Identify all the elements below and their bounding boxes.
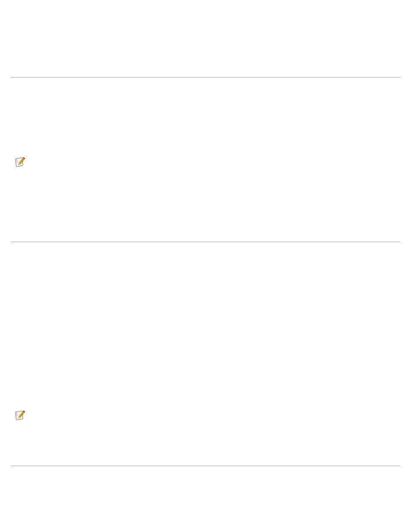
svg-point-0 [16, 159, 17, 159]
section-gap [11, 169, 400, 242]
svg-point-4 [17, 414, 17, 414]
svg-point-5 [17, 415, 17, 415]
section-gap [11, 423, 400, 466]
icon-row-2 [11, 410, 400, 423]
svg-point-2 [17, 162, 17, 162]
notepad-pencil-icon[interactable] [14, 410, 26, 422]
section-gap [11, 78, 400, 156]
icon-row-1 [11, 156, 400, 169]
blank-space-top [11, 0, 400, 77]
svg-point-1 [17, 160, 17, 161]
svg-point-3 [16, 412, 17, 413]
divider-3 [11, 466, 400, 466]
notepad-pencil-icon[interactable] [14, 156, 26, 168]
section-gap [11, 242, 400, 410]
